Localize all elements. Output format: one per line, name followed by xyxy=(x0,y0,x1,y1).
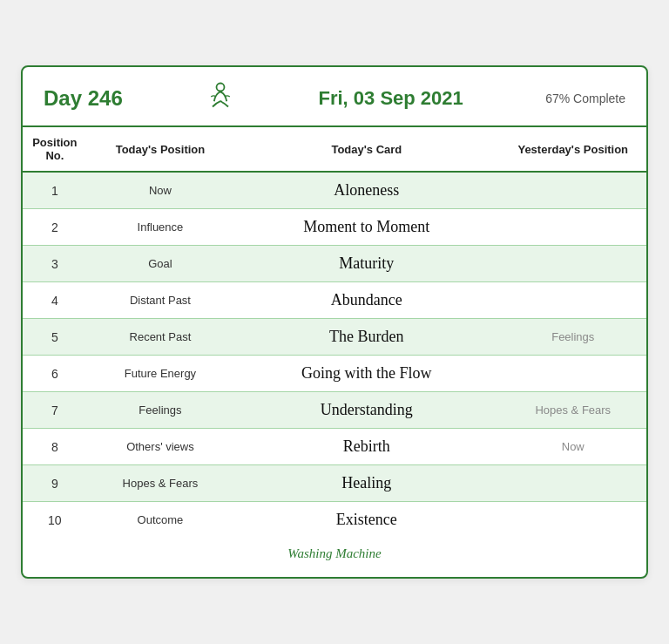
table-row: 7FeelingsUnderstandingHopes & Fears xyxy=(23,392,646,429)
cell-position-no: 1 xyxy=(23,172,87,209)
cell-today-position: Goal xyxy=(87,246,233,282)
cell-today-card: Existence xyxy=(233,502,499,539)
cell-today-card: Aloneness xyxy=(233,172,499,209)
cell-today-position: Feelings xyxy=(87,392,233,429)
cell-today-card: Understanding xyxy=(233,392,499,429)
cell-today-position: Distant Past xyxy=(87,282,233,319)
cell-today-card: Going with the Flow xyxy=(233,356,499,392)
day-label: Day 246 xyxy=(44,86,123,111)
table-row: 4Distant PastAbundance xyxy=(23,282,646,319)
cell-yesterday-position: Feelings xyxy=(500,319,646,356)
table-row: 2InfluenceMoment to Moment xyxy=(23,209,646,246)
progress-label: 67% Complete xyxy=(545,92,625,105)
table-row: 1NowAloneness xyxy=(23,172,646,209)
col-position-no: Position No. xyxy=(23,127,87,172)
cell-today-position: Recent Past xyxy=(87,319,233,356)
cell-position-no: 7 xyxy=(23,392,87,429)
col-today-position: Today's Position xyxy=(87,127,233,172)
table-row: 9Hopes & FearsHealing xyxy=(23,465,646,502)
col-today-card: Today's Card xyxy=(233,127,499,172)
cell-yesterday-position xyxy=(500,282,646,319)
cell-yesterday-position xyxy=(500,172,646,209)
main-card: Day 246 Fri, 03 Sep 2021 67% Complete Po… xyxy=(21,65,648,579)
cell-yesterday-position: Hopes & Fears xyxy=(500,392,646,429)
footer-label: Washing Machine xyxy=(23,538,646,563)
col-yesterday-position: Yesterday's Position xyxy=(500,127,646,172)
cell-today-card: Abundance xyxy=(233,282,499,319)
cell-position-no: 10 xyxy=(23,502,87,539)
table-row: 3GoalMaturity xyxy=(23,246,646,282)
cell-yesterday-position xyxy=(500,465,646,502)
cell-position-no: 4 xyxy=(23,282,87,319)
cell-today-position: Others' views xyxy=(87,429,233,465)
table-row: 5Recent PastThe BurdenFeelings xyxy=(23,319,646,356)
cell-position-no: 9 xyxy=(23,465,87,502)
osho-icon xyxy=(205,79,236,117)
cell-position-no: 6 xyxy=(23,356,87,392)
cell-yesterday-position xyxy=(500,356,646,392)
cell-yesterday-position xyxy=(500,502,646,539)
cell-today-card: Moment to Moment xyxy=(233,209,499,246)
cell-today-position: Influence xyxy=(87,209,233,246)
cell-today-position: Future Energy xyxy=(87,356,233,392)
svg-point-0 xyxy=(217,84,225,92)
cell-today-card: The Burden xyxy=(233,319,499,356)
cell-yesterday-position xyxy=(500,246,646,282)
positions-table: Position No. Today's Position Today's Ca… xyxy=(23,127,646,538)
table-header-row: Position No. Today's Position Today's Ca… xyxy=(23,127,646,172)
cell-today-position: Outcome xyxy=(87,502,233,539)
header: Day 246 Fri, 03 Sep 2021 67% Complete xyxy=(23,67,646,127)
table-row: 6Future EnergyGoing with the Flow xyxy=(23,356,646,392)
cell-position-no: 5 xyxy=(23,319,87,356)
table-row: 8Others' viewsRebirthNow xyxy=(23,429,646,465)
cell-yesterday-position xyxy=(500,209,646,246)
cell-position-no: 3 xyxy=(23,246,87,282)
table-row: 10OutcomeExistence xyxy=(23,502,646,539)
cell-yesterday-position: Now xyxy=(500,429,646,465)
cell-today-position: Now xyxy=(87,172,233,209)
date-label: Fri, 03 Sep 2021 xyxy=(318,87,463,110)
cell-position-no: 2 xyxy=(23,209,87,246)
cell-today-card: Rebirth xyxy=(233,429,499,465)
cell-position-no: 8 xyxy=(23,429,87,465)
cell-today-card: Healing xyxy=(233,465,499,502)
cell-today-position: Hopes & Fears xyxy=(87,465,233,502)
cell-today-card: Maturity xyxy=(233,246,499,282)
